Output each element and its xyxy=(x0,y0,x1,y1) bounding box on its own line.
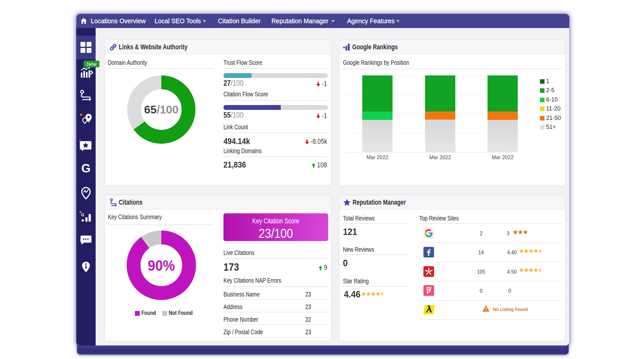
svg-text:G: G xyxy=(81,213,84,217)
